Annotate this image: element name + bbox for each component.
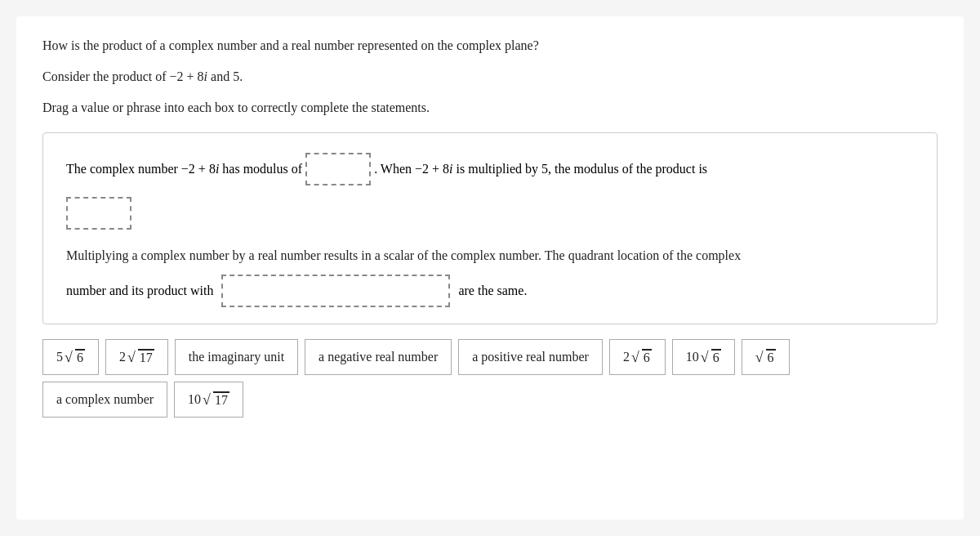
statement1-prefix: The complex number −2 + 8i has modulus o… [66, 162, 302, 176]
drag-chip-imaginary-unit[interactable]: the imaginary unit [175, 339, 298, 375]
drag-chip-complex-number[interactable]: a complex number [42, 382, 167, 418]
drop-box-modulus[interactable] [305, 153, 371, 185]
statement1-suffix: . When −2 + 8i is multiplied by 5, the m… [374, 162, 707, 176]
scalar-text2-row: number and its product with are the same… [66, 275, 914, 307]
drop-box-product-modulus[interactable] [66, 197, 131, 230]
question1: How is the product of a complex number a… [42, 36, 938, 56]
draggables-row1: 5√6 2√17 the imaginary unit a negative r… [42, 339, 938, 375]
scalar-text3: are the same. [458, 284, 527, 298]
drag-chip-10sqrt17[interactable]: 10√17 [174, 382, 243, 418]
drag-chip-positive-real[interactable]: a positive real number [458, 339, 603, 375]
scalar-text2: number and its product with [66, 284, 213, 298]
question2: Consider the product of −2 + 8i and 5. [42, 67, 938, 87]
instruction: Drag a value or phrase into each box to … [42, 98, 938, 118]
drag-chip-sqrt6[interactable]: √6 [742, 339, 790, 375]
small-drop-area [66, 197, 914, 230]
scalar-text1: Multiplying a complex number by a real n… [66, 244, 914, 266]
drag-chip-5sqrt6[interactable]: 5√6 [42, 339, 99, 375]
page-container: How is the product of a complex number a… [16, 16, 964, 520]
drop-box-scalar[interactable] [221, 275, 450, 307]
modulus-row: The complex number −2 + 8i has modulus o… [66, 153, 914, 185]
drag-chip-negative-real[interactable]: a negative real number [305, 339, 452, 375]
drag-chip-2sqrt6[interactable]: 2√6 [609, 339, 666, 375]
draggables-row2: a complex number 10√17 [42, 382, 938, 418]
drag-chip-10sqrt6[interactable]: 10√6 [672, 339, 735, 375]
scalar-section: Multiplying a complex number by a real n… [66, 244, 914, 307]
drag-chip-2sqrt17[interactable]: 2√17 [105, 339, 168, 375]
work-area: The complex number −2 + 8i has modulus o… [42, 132, 938, 324]
